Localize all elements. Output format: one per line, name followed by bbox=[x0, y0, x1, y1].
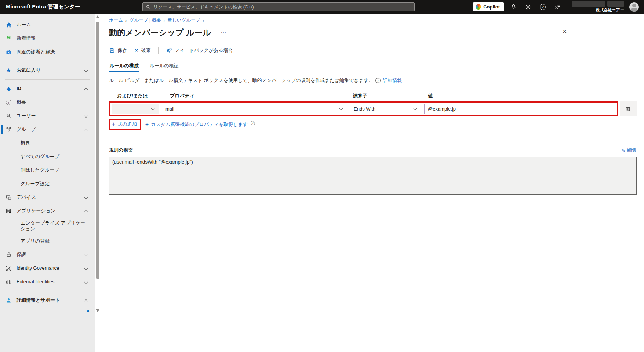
scroll-up-arrow-icon[interactable] bbox=[96, 15, 99, 18]
and-or-dropdown[interactable] bbox=[112, 104, 159, 114]
sidebar-nav: ホーム 新着情報 問題の診断と解決 ★ お気に入り ◆ ID bbox=[0, 14, 95, 352]
sidebar-item-overview[interactable]: i 概要 bbox=[0, 96, 95, 109]
sidebar-item-label: External Identities bbox=[17, 279, 85, 285]
learn-more-link[interactable]: 詳細情報 bbox=[383, 77, 402, 84]
more-menu-icon[interactable]: ⋯ bbox=[221, 29, 227, 36]
sidebar-item-label: Identity Governance bbox=[17, 265, 85, 271]
help-button[interactable]: ? bbox=[537, 1, 548, 12]
sidebar-item-label: アプリの登録 bbox=[21, 238, 90, 244]
sidebar-divider bbox=[5, 291, 90, 291]
operator-value: Ends With bbox=[354, 106, 375, 112]
top-bar: Microsoft Entra 管理センター Copilot ? bbox=[0, 0, 644, 14]
sidebar-item-label: すべてのグループ bbox=[21, 154, 90, 159]
chevron-up-icon bbox=[84, 210, 88, 214]
discard-label: 破棄 bbox=[141, 47, 151, 54]
save-icon bbox=[109, 47, 115, 53]
plus-icon: + bbox=[112, 121, 115, 127]
close-icon[interactable]: ✕ bbox=[562, 28, 567, 35]
sidebar-item-label: グループ bbox=[17, 126, 85, 132]
header-property: プロパティ bbox=[163, 93, 352, 99]
sidebar-item-protection[interactable]: 保護 bbox=[0, 248, 95, 262]
sidebar-item-home[interactable]: ホーム bbox=[0, 18, 95, 32]
sidebar-item-label: 保護 bbox=[17, 252, 85, 258]
account-info[interactable]: 株式会社エアー bbox=[572, 1, 624, 13]
sidebar-item-whats-new[interactable]: 新着情報 bbox=[0, 32, 95, 45]
pencil-icon: ✎ bbox=[621, 148, 625, 153]
sidebar-item-enterprise-applications[interactable]: エンタープライズ アプリケーション bbox=[0, 218, 95, 234]
copilot-button[interactable]: Copilot bbox=[473, 2, 504, 11]
chevron-down-icon bbox=[339, 107, 343, 111]
tab-rule-validation[interactable]: ルールの検証 bbox=[149, 60, 179, 72]
sidebar-item-favorites[interactable]: ★ お気に入り bbox=[0, 64, 95, 77]
command-bar: 保存 ✕ 破棄 フィードバックがある場合 bbox=[109, 47, 637, 57]
copilot-label: Copilot bbox=[483, 4, 500, 10]
search-input[interactable] bbox=[153, 4, 411, 10]
feedback-link-button[interactable]: フィードバックがある場合 bbox=[166, 47, 233, 54]
sidebar-item-deleted-groups[interactable]: 削除したグループ bbox=[0, 164, 95, 177]
chevron-down-icon bbox=[84, 253, 88, 256]
star-icon: ★ bbox=[5, 67, 12, 74]
devices-icon bbox=[5, 194, 12, 201]
sidebar-item-groups[interactable]: グループ bbox=[0, 123, 95, 136]
header-operator: 演算子 bbox=[352, 93, 426, 99]
sidebar-item-applications[interactable]: アプリケーション bbox=[0, 204, 95, 218]
plus-icon: + bbox=[145, 122, 149, 127]
sidebar-item-label: グループ設定 bbox=[21, 181, 90, 187]
sidebar-item-app-registrations[interactable]: アプリの登録 bbox=[0, 234, 95, 248]
brand-title: Microsoft Entra 管理センター bbox=[6, 3, 80, 10]
sidebar-item-label: 詳細情報とサポート bbox=[17, 297, 85, 303]
sidebar-item-groups-overview[interactable]: 概要 bbox=[0, 136, 95, 150]
discard-button[interactable]: ✕ 破棄 bbox=[134, 47, 151, 54]
add-expression-highlight-box: + 式の追加 bbox=[109, 119, 141, 130]
description-row: ルール ビルダーまたはルール構文テキスト ボックスを使用して、動的メンバーシップ… bbox=[109, 77, 637, 84]
redacted-username-2 bbox=[607, 1, 624, 7]
chevron-down-icon bbox=[84, 196, 88, 200]
get-custom-extension-properties-button[interactable]: + カスタム拡張機能のプロパティを取得します i bbox=[145, 121, 255, 128]
info-icon: i bbox=[375, 78, 381, 83]
feedback-label: フィードバックがある場合 bbox=[175, 47, 233, 54]
delete-rule-button[interactable] bbox=[620, 101, 637, 116]
collapse-sidebar-button[interactable]: « bbox=[87, 307, 90, 313]
notifications-button[interactable] bbox=[508, 1, 519, 12]
sidebar-item-external-identities[interactable]: External Identities bbox=[0, 275, 95, 289]
edit-syntax-button[interactable]: ✎ 編集 bbox=[621, 147, 637, 154]
chevron-down-icon bbox=[84, 114, 88, 118]
sidebar-item-id[interactable]: ◆ ID bbox=[0, 82, 95, 96]
help-icon: ? bbox=[540, 4, 546, 10]
feedback-button[interactable] bbox=[552, 1, 563, 12]
sidebar-item-identity-governance[interactable]: Identity Governance bbox=[0, 262, 95, 275]
header-value: 値 bbox=[426, 93, 637, 99]
breadcrumb-new-group[interactable]: 新しいグループ bbox=[168, 17, 200, 24]
breadcrumb-groups-overview[interactable]: グループ | 概要 bbox=[130, 17, 161, 24]
avatar[interactable] bbox=[629, 2, 639, 12]
operator-dropdown[interactable]: Ends With bbox=[350, 104, 421, 114]
add-expression-button[interactable]: + 式の追加 bbox=[112, 121, 137, 127]
chevron-down-icon bbox=[414, 107, 417, 111]
settings-button[interactable] bbox=[523, 1, 534, 12]
sidebar-item-label: エンタープライズ アプリケーション bbox=[21, 220, 90, 232]
page-title: 動的メンバーシップ ルール bbox=[109, 27, 211, 38]
value-input[interactable] bbox=[425, 104, 615, 114]
sidebar-item-label: 問題の診断と解決 bbox=[17, 49, 90, 55]
sidebar-item-diagnose-solve[interactable]: 問題の診断と解決 bbox=[0, 45, 95, 59]
scroll-down-arrow-icon[interactable] bbox=[96, 309, 99, 312]
scrollbar-thumb[interactable] bbox=[96, 22, 99, 279]
breadcrumb-home[interactable]: ホーム bbox=[109, 17, 123, 24]
save-button[interactable]: 保存 bbox=[109, 47, 127, 54]
info-icon: i bbox=[251, 121, 255, 125]
sidebar-item-devices[interactable]: デバイス bbox=[0, 191, 95, 204]
feedback-icon bbox=[554, 4, 561, 10]
sidebar-divider bbox=[5, 61, 90, 61]
chevron-up-icon bbox=[84, 129, 88, 132]
global-search[interactable] bbox=[142, 2, 415, 11]
sidebar-scrollbar[interactable] bbox=[95, 14, 101, 352]
sidebar-item-users[interactable]: ユーザー bbox=[0, 109, 95, 123]
sidebar-item-all-groups[interactable]: すべてのグループ bbox=[0, 150, 95, 164]
sidebar-item-label: 概要 bbox=[21, 140, 90, 146]
tab-rule-configuration[interactable]: ルールの構成 bbox=[109, 60, 139, 72]
description-text: ルール ビルダーまたはルール構文テキスト ボックスを使用して、動的メンバーシップ… bbox=[109, 77, 373, 84]
sidebar-item-group-settings[interactable]: グループ設定 bbox=[0, 177, 95, 191]
property-dropdown[interactable]: mail bbox=[162, 104, 347, 114]
sidebar-item-learn-support[interactable]: 詳細情報とサポート bbox=[0, 294, 95, 307]
rule-row: mail Ends With bbox=[109, 101, 637, 116]
